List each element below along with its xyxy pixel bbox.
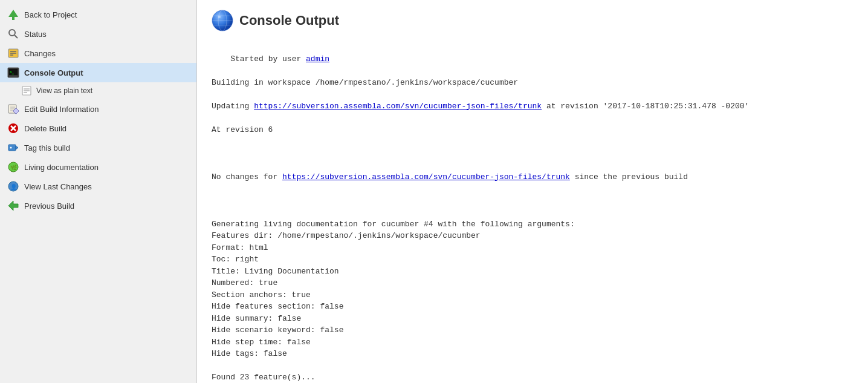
- sidebar-item-console-output[interactable]: >_ Console Output: [0, 63, 196, 82]
- console-output-content: Started by user admin Building in worksp…: [212, 41, 853, 383]
- sidebar-item-edit-build-info[interactable]: Edit Build Information: [0, 99, 196, 119]
- svn-link-2[interactable]: https://subversion.assembla.com/svn/cucu…: [282, 172, 570, 182]
- previous-build-icon: [7, 200, 19, 212]
- sidebar-item-changes[interactable]: Changes: [0, 44, 196, 63]
- plain-text-icon: [22, 86, 31, 96]
- svg-rect-1: [12, 17, 15, 20]
- sidebar-item-previous-build[interactable]: Previous Build: [0, 196, 196, 215]
- svg-marker-25: [16, 146, 18, 149]
- page-title: Console Output: [239, 13, 339, 28]
- sidebar-item-back-to-project-label: Back to Project: [24, 10, 77, 19]
- svg-point-37: [218, 16, 221, 18]
- page-title-row: Console Output: [212, 10, 853, 31]
- sidebar-item-status[interactable]: Status: [0, 24, 196, 44]
- svg-line-3: [15, 35, 18, 38]
- console-line-building: Building in workspace /home/rmpestano/.j…: [212, 78, 518, 87]
- sidebar-item-view-plain-text-label: View as plain text: [36, 87, 92, 95]
- svg-text:🌿: 🌿: [10, 164, 18, 171]
- sidebar-item-changes-label: Changes: [24, 49, 56, 58]
- edit-icon: [7, 103, 19, 115]
- console-line-no-changes-prefix: No changes for: [212, 172, 282, 182]
- svg-marker-31: [8, 201, 18, 211]
- tag-icon: [7, 142, 19, 154]
- arrow-up-green-icon: [7, 8, 19, 21]
- svg-marker-0: [8, 10, 18, 17]
- sidebar-item-living-docs-label: Living documentation: [24, 163, 99, 172]
- sidebar-item-view-last-changes-label: View Last Changes: [24, 182, 92, 191]
- sidebar-item-edit-build-info-label: Edit Build Information: [24, 105, 99, 114]
- sidebar-item-view-last-changes[interactable]: 👤 View Last Changes: [0, 177, 196, 196]
- sidebar-item-delete-build[interactable]: Delete Build: [0, 119, 196, 138]
- sidebar-item-tag-build[interactable]: Tag this build: [0, 138, 196, 157]
- sidebar-item-view-plain-text[interactable]: View as plain text: [0, 82, 196, 99]
- sidebar: Back to Project Status Changes: [0, 0, 197, 383]
- changes-icon: [7, 47, 19, 59]
- svg-text:>_: >_: [10, 70, 15, 74]
- last-changes-icon: 👤: [7, 180, 19, 192]
- svg-text:👤: 👤: [10, 183, 18, 191]
- svn-link[interactable]: https://subversion.assembla.com/svn/cucu…: [254, 102, 542, 111]
- console-line-updating-suffix: at revision '2017-10-18T10:25:31.478 -02…: [542, 102, 749, 111]
- console-line-started-prefix: Started by user: [230, 54, 306, 64]
- console-line-updating-prefix: Updating: [212, 102, 254, 111]
- console-block-generating: Generating living documentation for cucu…: [212, 220, 575, 382]
- console-line-no-changes-suffix: since the previous build: [570, 172, 688, 182]
- sidebar-item-status-label: Status: [24, 30, 47, 39]
- globe-icon: [212, 10, 233, 31]
- sidebar-item-tag-build-label: Tag this build: [24, 143, 70, 152]
- svg-point-26: [10, 147, 12, 149]
- sidebar-item-delete-build-label: Delete Build: [24, 124, 66, 133]
- admin-link[interactable]: admin: [306, 54, 329, 64]
- magnifier-icon: [7, 28, 19, 40]
- sidebar-item-back-to-project[interactable]: Back to Project: [0, 5, 196, 24]
- main-content: Console Output Started by user admin Bui…: [197, 0, 868, 383]
- sidebar-item-living-docs[interactable]: 🌿 Living documentation: [0, 157, 196, 177]
- svg-point-2: [9, 30, 15, 36]
- sidebar-item-console-output-label: Console Output: [24, 68, 83, 77]
- console-line-revision: At revision 6: [212, 125, 273, 134]
- svg-rect-24: [8, 145, 16, 151]
- delete-icon: [7, 122, 19, 134]
- console-icon: >_: [7, 67, 19, 79]
- living-docs-icon: 🌿: [7, 161, 19, 173]
- sidebar-item-previous-build-label: Previous Build: [24, 201, 74, 211]
